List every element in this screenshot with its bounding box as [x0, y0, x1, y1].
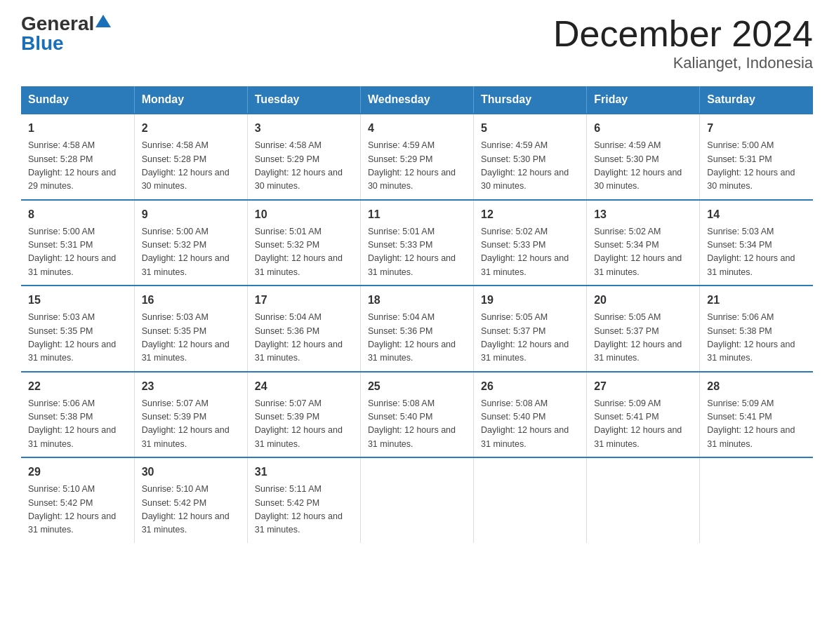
day-info: Sunrise: 5:05 AMSunset: 5:37 PMDaylight:… — [481, 311, 579, 365]
table-row: 21Sunrise: 5:06 AMSunset: 5:38 PMDayligh… — [700, 286, 813, 372]
day-info: Sunrise: 5:10 AMSunset: 5:42 PMDaylight:… — [28, 483, 127, 537]
table-row: 10Sunrise: 5:01 AMSunset: 5:32 PMDayligh… — [247, 200, 360, 286]
table-row — [474, 457, 587, 543]
day-number: 13 — [594, 206, 692, 223]
day-number: 24 — [255, 378, 353, 395]
day-info: Sunrise: 4:58 AMSunset: 5:28 PMDaylight:… — [28, 139, 127, 194]
day-info: Sunrise: 5:07 AMSunset: 5:39 PMDaylight:… — [142, 397, 240, 452]
table-row: 30Sunrise: 5:10 AMSunset: 5:42 PMDayligh… — [134, 457, 247, 543]
title-block: December 2024 Kalianget, Indonesia — [553, 14, 813, 72]
calendar-week-row: 15Sunrise: 5:03 AMSunset: 5:35 PMDayligh… — [21, 286, 813, 372]
day-number: 31 — [255, 464, 353, 481]
day-info: Sunrise: 5:03 AMSunset: 5:35 PMDaylight:… — [142, 311, 240, 365]
col-sunday: Sunday — [21, 86, 134, 114]
day-number: 16 — [142, 292, 240, 309]
table-row: 5Sunrise: 4:59 AMSunset: 5:30 PMDaylight… — [474, 114, 587, 200]
day-number: 23 — [142, 378, 240, 395]
day-number: 14 — [707, 206, 806, 223]
logo-blue: Blue — [21, 34, 64, 53]
calendar-week-row: 22Sunrise: 5:06 AMSunset: 5:38 PMDayligh… — [21, 372, 813, 458]
table-row: 15Sunrise: 5:03 AMSunset: 5:35 PMDayligh… — [21, 286, 134, 372]
day-info: Sunrise: 4:59 AMSunset: 5:30 PMDaylight:… — [481, 139, 579, 194]
col-saturday: Saturday — [700, 86, 813, 114]
day-info: Sunrise: 5:08 AMSunset: 5:40 PMDaylight:… — [368, 397, 466, 452]
table-row: 1Sunrise: 4:58 AMSunset: 5:28 PMDaylight… — [21, 114, 134, 200]
day-info: Sunrise: 5:00 AMSunset: 5:32 PMDaylight:… — [142, 225, 240, 280]
day-info: Sunrise: 5:06 AMSunset: 5:38 PMDaylight:… — [28, 397, 127, 452]
day-number: 18 — [368, 292, 466, 309]
day-info: Sunrise: 5:03 AMSunset: 5:34 PMDaylight:… — [707, 225, 806, 280]
day-info: Sunrise: 5:05 AMSunset: 5:37 PMDaylight:… — [594, 311, 692, 365]
day-info: Sunrise: 4:58 AMSunset: 5:28 PMDaylight:… — [142, 139, 240, 194]
page-subtitle: Kalianget, Indonesia — [553, 54, 813, 72]
table-row: 31Sunrise: 5:11 AMSunset: 5:42 PMDayligh… — [247, 457, 360, 543]
table-row: 12Sunrise: 5:02 AMSunset: 5:33 PMDayligh… — [474, 200, 587, 286]
day-number: 22 — [28, 378, 127, 395]
day-number: 20 — [594, 292, 692, 309]
day-info: Sunrise: 5:07 AMSunset: 5:39 PMDaylight:… — [255, 397, 353, 452]
table-row: 24Sunrise: 5:07 AMSunset: 5:39 PMDayligh… — [247, 372, 360, 458]
table-row: 17Sunrise: 5:04 AMSunset: 5:36 PMDayligh… — [247, 286, 360, 372]
day-number: 1 — [28, 120, 127, 137]
table-row: 25Sunrise: 5:08 AMSunset: 5:40 PMDayligh… — [360, 372, 473, 458]
day-number: 17 — [255, 292, 353, 309]
table-row: 6Sunrise: 4:59 AMSunset: 5:30 PMDaylight… — [587, 114, 700, 200]
day-number: 10 — [255, 206, 353, 223]
day-number: 5 — [481, 120, 579, 137]
table-row: 22Sunrise: 5:06 AMSunset: 5:38 PMDayligh… — [21, 372, 134, 458]
day-info: Sunrise: 5:03 AMSunset: 5:35 PMDaylight:… — [28, 311, 127, 365]
col-monday: Monday — [134, 86, 247, 114]
day-number: 9 — [142, 206, 240, 223]
day-info: Sunrise: 4:58 AMSunset: 5:29 PMDaylight:… — [255, 139, 353, 194]
calendar-week-row: 8Sunrise: 5:00 AMSunset: 5:31 PMDaylight… — [21, 200, 813, 286]
col-tuesday: Tuesday — [247, 86, 360, 114]
day-number: 27 — [594, 378, 692, 395]
table-row: 19Sunrise: 5:05 AMSunset: 5:37 PMDayligh… — [474, 286, 587, 372]
table-row: 26Sunrise: 5:08 AMSunset: 5:40 PMDayligh… — [474, 372, 587, 458]
col-thursday: Thursday — [474, 86, 587, 114]
table-row: 8Sunrise: 5:00 AMSunset: 5:31 PMDaylight… — [21, 200, 134, 286]
table-row: 9Sunrise: 5:00 AMSunset: 5:32 PMDaylight… — [134, 200, 247, 286]
day-info: Sunrise: 5:06 AMSunset: 5:38 PMDaylight:… — [707, 311, 806, 365]
table-row: 28Sunrise: 5:09 AMSunset: 5:41 PMDayligh… — [700, 372, 813, 458]
table-row — [587, 457, 700, 543]
table-row: 4Sunrise: 4:59 AMSunset: 5:29 PMDaylight… — [360, 114, 473, 200]
day-info: Sunrise: 5:00 AMSunset: 5:31 PMDaylight:… — [28, 225, 127, 280]
table-row: 18Sunrise: 5:04 AMSunset: 5:36 PMDayligh… — [360, 286, 473, 372]
day-number: 26 — [481, 378, 579, 395]
day-info: Sunrise: 5:09 AMSunset: 5:41 PMDaylight:… — [594, 397, 692, 452]
day-number: 12 — [481, 206, 579, 223]
day-number: 7 — [707, 120, 806, 137]
calendar-week-row: 29Sunrise: 5:10 AMSunset: 5:42 PMDayligh… — [21, 457, 813, 543]
table-row: 11Sunrise: 5:01 AMSunset: 5:33 PMDayligh… — [360, 200, 473, 286]
day-number: 19 — [481, 292, 579, 309]
svg-marker-0 — [95, 15, 111, 27]
calendar-table: Sunday Monday Tuesday Wednesday Thursday… — [21, 86, 813, 543]
table-row: 16Sunrise: 5:03 AMSunset: 5:35 PMDayligh… — [134, 286, 247, 372]
day-info: Sunrise: 5:10 AMSunset: 5:42 PMDaylight:… — [142, 483, 240, 537]
day-info: Sunrise: 4:59 AMSunset: 5:30 PMDaylight:… — [594, 139, 692, 194]
day-info: Sunrise: 5:04 AMSunset: 5:36 PMDaylight:… — [255, 311, 353, 365]
calendar-header-row: Sunday Monday Tuesday Wednesday Thursday… — [21, 86, 813, 114]
col-wednesday: Wednesday — [360, 86, 473, 114]
table-row: 7Sunrise: 5:00 AMSunset: 5:31 PMDaylight… — [700, 114, 813, 200]
day-info: Sunrise: 5:02 AMSunset: 5:33 PMDaylight:… — [481, 225, 579, 280]
day-number: 28 — [707, 378, 806, 395]
page-header: General Blue December 2024 Kalianget, In… — [21, 14, 813, 72]
table-row — [700, 457, 813, 543]
day-info: Sunrise: 5:02 AMSunset: 5:34 PMDaylight:… — [594, 225, 692, 280]
table-row: 20Sunrise: 5:05 AMSunset: 5:37 PMDayligh… — [587, 286, 700, 372]
day-number: 4 — [368, 120, 466, 137]
day-number: 21 — [707, 292, 806, 309]
table-row: 14Sunrise: 5:03 AMSunset: 5:34 PMDayligh… — [700, 200, 813, 286]
day-info: Sunrise: 5:00 AMSunset: 5:31 PMDaylight:… — [707, 139, 806, 194]
page-title: December 2024 — [553, 14, 813, 54]
day-info: Sunrise: 5:04 AMSunset: 5:36 PMDaylight:… — [368, 311, 466, 365]
day-number: 15 — [28, 292, 127, 309]
day-number: 2 — [142, 120, 240, 137]
day-number: 11 — [368, 206, 466, 223]
day-info: Sunrise: 5:08 AMSunset: 5:40 PMDaylight:… — [481, 397, 579, 452]
day-info: Sunrise: 5:01 AMSunset: 5:32 PMDaylight:… — [255, 225, 353, 280]
day-number: 30 — [142, 464, 240, 481]
col-friday: Friday — [587, 86, 700, 114]
